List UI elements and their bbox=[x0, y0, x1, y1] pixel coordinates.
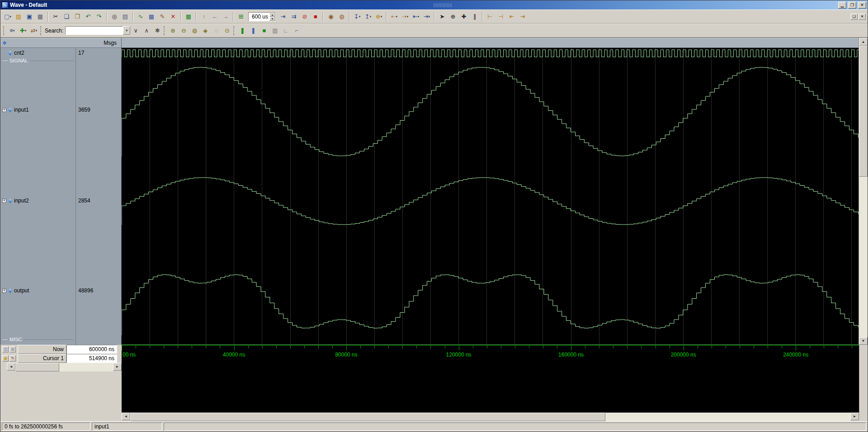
search-up-button[interactable]: ∧ bbox=[141, 25, 152, 36]
zoom-out-button[interactable]: ⊖ bbox=[178, 25, 189, 36]
edit-mode-button[interactable]: ∥ bbox=[469, 11, 480, 22]
paste-button[interactable]: ❐ bbox=[72, 11, 83, 22]
add-cursor-button[interactable]: ◫ bbox=[2, 346, 9, 352]
search-options-button[interactable]: ✱ bbox=[152, 25, 163, 36]
snap-right-button[interactable]: ⇥ bbox=[517, 11, 528, 22]
run-length-input[interactable]: 600 us▲▼ bbox=[248, 12, 276, 21]
wave-scroll-right-button[interactable]: ► bbox=[850, 413, 859, 420]
signal-row-scaler_1_out[interactable]: +scaler_1_out bbox=[2, 343, 75, 345]
undo-button[interactable]: ↶ bbox=[83, 11, 94, 22]
undock-pane-button[interactable]: ❏ bbox=[850, 14, 858, 20]
lock-cursor-dropdown-icon[interactable]: ▾ bbox=[381, 15, 382, 19]
spin-up-icon[interactable]: ▲ bbox=[269, 13, 275, 17]
zoom-full-button[interactable]: ◍ bbox=[189, 25, 200, 36]
toolbar-grip[interactable] bbox=[3, 26, 5, 35]
wave-scroll-track[interactable] bbox=[130, 413, 850, 421]
group-divider-signal[interactable]: SIGNAL bbox=[2, 57, 74, 64]
full-names-button[interactable]: ⌐ bbox=[291, 25, 302, 36]
edit-wave-button[interactable]: ✎ bbox=[157, 11, 168, 22]
insert-cursor-dropdown-icon[interactable]: ▾ bbox=[359, 15, 361, 19]
expand-icon[interactable]: + bbox=[2, 199, 6, 203]
justify-left-button[interactable]: ⊢ bbox=[485, 11, 495, 22]
signal-row-input2[interactable]: +input2 bbox=[2, 197, 75, 204]
restore-button[interactable]: ❐ bbox=[848, 2, 856, 9]
zoom-last-button[interactable]: ⊙ bbox=[222, 25, 232, 36]
add-pane-dropdown-icon[interactable]: ▾ bbox=[25, 29, 27, 33]
prev-transition-button[interactable]: ⇠▾ bbox=[389, 11, 400, 22]
names-scroll-right-button[interactable]: ► bbox=[113, 363, 122, 371]
toolbar-grip[interactable] bbox=[164, 26, 165, 35]
force-button[interactable]: ◍ bbox=[336, 11, 347, 22]
wave-scroll-left-button[interactable]: ◄ bbox=[122, 413, 130, 420]
toolbar-grip[interactable] bbox=[233, 26, 235, 35]
continue-run-button[interactable]: ⇉ bbox=[288, 11, 299, 22]
insert-cursor-button[interactable]: ↧▾ bbox=[352, 11, 363, 22]
next-falling-edge-dropdown-icon[interactable]: ▾ bbox=[429, 15, 430, 19]
lock-cursor-button[interactable]: ⊕▾ bbox=[373, 11, 384, 22]
print-button[interactable]: ▦ bbox=[35, 11, 46, 22]
filter-button[interactable]: ▤ bbox=[120, 11, 131, 22]
redo-button[interactable]: ↷ bbox=[94, 11, 104, 22]
prev-falling-edge-button[interactable]: ⇤▾ bbox=[410, 11, 421, 22]
forward-button[interactable]: → bbox=[220, 11, 231, 22]
title-bar[interactable]: ∿ Wave - Default ▁ ❐ ✕ bbox=[0, 0, 868, 9]
next-transition-dropdown-icon[interactable]: ▾ bbox=[407, 15, 409, 19]
minimize-button[interactable]: ▁ bbox=[838, 2, 846, 9]
copy-button[interactable]: ❏ bbox=[61, 11, 72, 22]
search-dropdown-button[interactable]: ▾ bbox=[123, 26, 130, 35]
restart-button[interactable]: ⊞ bbox=[236, 11, 246, 22]
stop-button[interactable]: ■ bbox=[310, 11, 321, 22]
find-button[interactable]: ◎ bbox=[109, 11, 120, 22]
swap-pane-button[interactable]: ⇄▾ bbox=[28, 25, 39, 36]
add-pane-button[interactable]: ✚▾ bbox=[18, 25, 28, 36]
select-mode-button[interactable]: ➤ bbox=[437, 11, 448, 22]
vertical-scroll-thumb[interactable] bbox=[859, 46, 868, 177]
cut-button[interactable]: ✂ bbox=[50, 11, 61, 22]
swap-pane-dropdown-icon[interactable]: ▾ bbox=[36, 29, 38, 33]
new-dropdown-icon[interactable]: ▾ bbox=[9, 15, 11, 19]
next-transition-button[interactable]: ⇢▾ bbox=[400, 11, 410, 22]
signal-row-cnt2[interactable]: cnt2 bbox=[2, 49, 75, 56]
close-pane-button[interactable]: ✕ bbox=[859, 14, 866, 20]
search-down-button[interactable]: ∨ bbox=[130, 25, 141, 36]
scroll-up-button[interactable]: ▲ bbox=[859, 38, 868, 46]
close-button[interactable]: ✕ bbox=[858, 2, 866, 9]
search-input[interactable] bbox=[65, 26, 123, 35]
save-button[interactable]: ▣ bbox=[24, 11, 35, 22]
leaf-names-button[interactable]: ∟ bbox=[280, 25, 291, 36]
wave-horizontal-scrollbar[interactable]: ◄ ► bbox=[122, 413, 859, 421]
vertical-scrollbar[interactable]: ▲ ▼ bbox=[859, 38, 868, 345]
cursor1-value[interactable]: 514900 ns bbox=[66, 354, 117, 363]
vertical-scroll-track[interactable] bbox=[859, 46, 868, 337]
run-button[interactable]: ⇥ bbox=[278, 11, 288, 22]
title-drag-grip[interactable] bbox=[434, 3, 452, 7]
open-button[interactable]: ▨ bbox=[13, 11, 24, 22]
timeline-ruler[interactable]: 00 ns40000 ns80000 ns120000 ns160000 ns2… bbox=[122, 345, 859, 413]
justify-right-button[interactable]: ⊣ bbox=[495, 11, 506, 22]
expand-icon[interactable]: + bbox=[2, 108, 6, 112]
break-button[interactable]: ⊘ bbox=[299, 11, 310, 22]
prev-falling-edge-dropdown-icon[interactable]: ▾ bbox=[418, 15, 420, 19]
back-button[interactable]: ← bbox=[209, 11, 220, 22]
show-values-button[interactable]: ■ bbox=[259, 25, 269, 36]
msgs-column-header[interactable]: Msgs bbox=[104, 40, 117, 46]
lock-cursor-button[interactable]: ⊞ bbox=[9, 346, 16, 352]
wave-scroll-thumb[interactable] bbox=[130, 413, 605, 421]
delete-cursor-button[interactable]: ✎ bbox=[9, 355, 16, 362]
pane-layout-dropdown-icon[interactable]: ▾ bbox=[13, 29, 15, 33]
examine-button[interactable]: ◉ bbox=[326, 11, 336, 22]
zoom-range-button[interactable]: ◌ bbox=[211, 25, 222, 36]
group-signals-button[interactable]: ▥ bbox=[269, 25, 280, 36]
show-waveforms-button[interactable]: ❚ bbox=[237, 25, 248, 36]
show-grid-button[interactable]: ▦ bbox=[183, 11, 194, 22]
delete-cursor-dropdown-icon[interactable]: ▾ bbox=[370, 15, 372, 19]
add-wave-button[interactable]: ∿ bbox=[135, 11, 146, 22]
snap-left-button[interactable]: ⇤ bbox=[506, 11, 517, 22]
delete-wave-button[interactable]: ✕ bbox=[168, 11, 179, 22]
names-scroll-left-button[interactable]: ◄ bbox=[7, 363, 15, 371]
new-button[interactable]: ▢▾ bbox=[2, 11, 13, 22]
go-up-button[interactable]: ↑ bbox=[198, 11, 209, 22]
prev-transition-dropdown-icon[interactable]: ▾ bbox=[396, 15, 398, 19]
show-names-button[interactable]: ❚ bbox=[248, 25, 259, 36]
pane-layout-button[interactable]: ≡▾ bbox=[7, 25, 18, 36]
